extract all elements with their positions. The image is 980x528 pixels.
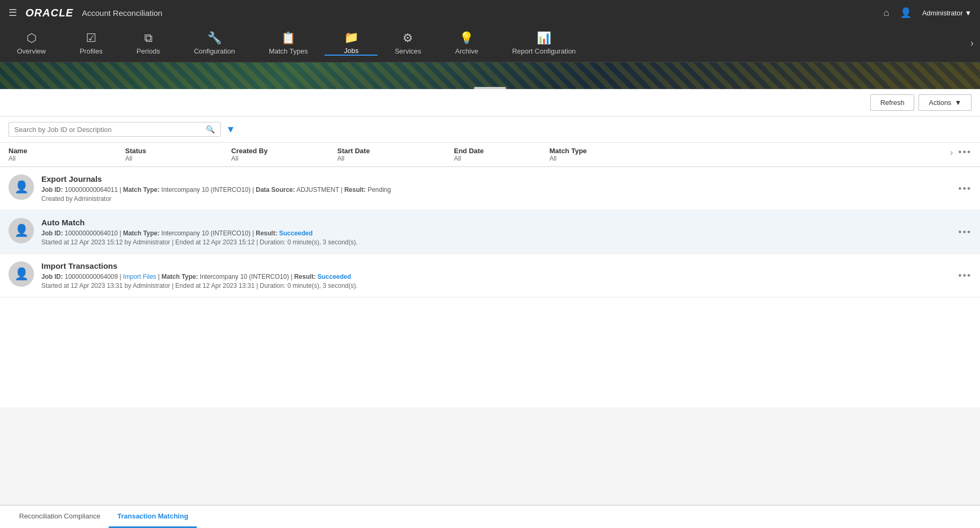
nav-label-report-config: Report Configuration: [512, 47, 576, 55]
periods-icon: ⧉: [144, 31, 153, 45]
table-header: Name All Status All Created By All Start…: [0, 143, 980, 167]
nav-label-periods: Periods: [137, 47, 160, 55]
banner-tab-indicator: [474, 87, 506, 89]
search-input[interactable]: [14, 126, 204, 134]
job-secondary: Started at 12 Apr 2023 13:31 by Administ…: [41, 282, 972, 289]
user-icon[interactable]: 👤: [900, 7, 912, 19]
refresh-label: Refresh: [880, 99, 905, 107]
nav-label-services: Services: [395, 47, 421, 55]
job-name: Export Journals: [41, 174, 972, 183]
avatar: 👤: [8, 261, 34, 287]
col-header-created: Created By All: [231, 147, 337, 162]
search-row: 🔍 ▼: [0, 117, 980, 143]
job-name: Import Transactions: [41, 261, 972, 270]
result-status: Pending: [368, 186, 391, 193]
avatar: 👤: [8, 218, 34, 243]
avatar-icon: 👤: [14, 224, 29, 237]
report-config-icon: 📊: [537, 31, 551, 45]
nav-right: ⌂ 👤 Administrator ▼: [883, 7, 972, 19]
nav-item-overview[interactable]: ⬡ Overview: [0, 31, 63, 55]
col-header-end: End Date All: [454, 147, 549, 162]
result-status: Succeeded: [318, 273, 351, 280]
table-row: 👤 Import Transactions Job ID: 1000000000…: [0, 254, 980, 297]
hamburger-icon[interactable]: ☰: [8, 7, 17, 19]
nav-item-archive[interactable]: 💡 Archive: [438, 31, 495, 55]
job-info: Export Journals Job ID: 100000000064011 …: [41, 174, 972, 203]
table-row: 👤 Export Journals Job ID: 10000000006401…: [0, 167, 980, 210]
nav-item-match-types[interactable]: 📋 Match Types: [252, 31, 325, 55]
job-rows-container: 👤 Export Journals Job ID: 10000000006401…: [0, 167, 980, 297]
nav-chevron-right[interactable]: ›: [970, 38, 980, 49]
content-area: Refresh Actions ▼ 🔍 ▼ Name All Status Al…: [0, 89, 980, 407]
search-input-wrap[interactable]: 🔍: [8, 122, 221, 137]
job-info: Auto Match Job ID: 100000000064010 | Mat…: [41, 218, 972, 246]
oracle-logo: ORACLE: [25, 7, 73, 19]
app-title: Account Reconciliation: [82, 8, 162, 17]
configuration-icon: 🔧: [207, 31, 222, 45]
admin-label[interactable]: Administrator ▼: [922, 9, 972, 17]
job-row-options-icon[interactable]: •••: [958, 183, 972, 194]
col-expand-icon[interactable]: ›: [950, 148, 953, 157]
filter-icon[interactable]: ▼: [226, 124, 235, 135]
nav-item-profiles[interactable]: ☑ Profiles: [63, 31, 119, 55]
services-icon: ⚙: [402, 31, 413, 45]
nav-label-match-types: Match Types: [269, 47, 308, 55]
job-secondary: Started at 12 Apr 2023 15:12 by Administ…: [41, 239, 972, 246]
avatar-icon: 👤: [14, 180, 29, 194]
avatar-icon: 👤: [14, 267, 29, 281]
job-meta: Job ID: 100000000064011 | Match Type: In…: [41, 186, 972, 193]
jobs-icon: 📁: [344, 31, 358, 45]
job-row-options-icon[interactable]: •••: [958, 270, 972, 281]
actions-button[interactable]: Actions ▼: [918, 94, 972, 111]
home-icon[interactable]: ⌂: [883, 7, 889, 19]
job-secondary: Created by Administrator: [41, 195, 972, 203]
nav-label-profiles: Profiles: [80, 47, 102, 55]
col-header-name: Name All: [8, 147, 125, 162]
actions-drop-icon: ▼: [955, 99, 961, 107]
search-icon: 🔍: [206, 125, 215, 134]
col-header-start: Start Date All: [337, 147, 454, 162]
nav-item-periods[interactable]: ⧉ Periods: [120, 31, 177, 55]
job-meta: Job ID: 100000000064010 | Match Type: In…: [41, 230, 972, 237]
nav-label-overview: Overview: [17, 47, 46, 55]
icon-nav: ⬡ Overview ☑ Profiles ⧉ Periods 🔧 Config…: [0, 25, 980, 63]
profiles-icon: ☑: [86, 31, 97, 45]
overview-icon: ⬡: [27, 31, 37, 45]
actions-label: Actions: [929, 99, 951, 107]
avatar: 👤: [8, 174, 34, 200]
archive-icon: 💡: [459, 31, 474, 45]
refresh-button[interactable]: Refresh: [870, 94, 915, 111]
match-types-icon: 📋: [281, 31, 295, 45]
top-nav: ☰ ORACLE Account Reconciliation ⌂ 👤 Admi…: [0, 0, 980, 25]
col-header-actions: › •••: [950, 147, 972, 158]
col-options-icon[interactable]: •••: [958, 147, 972, 158]
nav-label-archive: Archive: [455, 47, 478, 55]
nav-label-jobs: Jobs: [344, 47, 358, 55]
import-files-link[interactable]: Import Files: [123, 273, 156, 280]
col-header-match: Match Type All: [549, 147, 950, 162]
job-meta: Job ID: 100000000064009 | Import Files |…: [41, 273, 972, 280]
nav-item-configuration[interactable]: 🔧 Configuration: [177, 31, 252, 55]
banner: [0, 63, 980, 89]
job-name: Auto Match: [41, 218, 972, 227]
job-info: Import Transactions Job ID: 100000000064…: [41, 261, 972, 289]
nav-item-report-config[interactable]: 📊 Report Configuration: [495, 31, 593, 55]
result-status: Succeeded: [279, 230, 312, 237]
nav-item-jobs[interactable]: 📁 Jobs: [325, 31, 378, 56]
table-row: 👤 Auto Match Job ID: 100000000064010 | M…: [0, 210, 980, 254]
col-header-status: Status All: [125, 147, 231, 162]
nav-label-configuration: Configuration: [194, 47, 235, 55]
nav-item-services[interactable]: ⚙ Services: [378, 31, 438, 55]
toolbar: Refresh Actions ▼: [0, 89, 980, 117]
job-row-options-icon[interactable]: •••: [958, 226, 972, 237]
